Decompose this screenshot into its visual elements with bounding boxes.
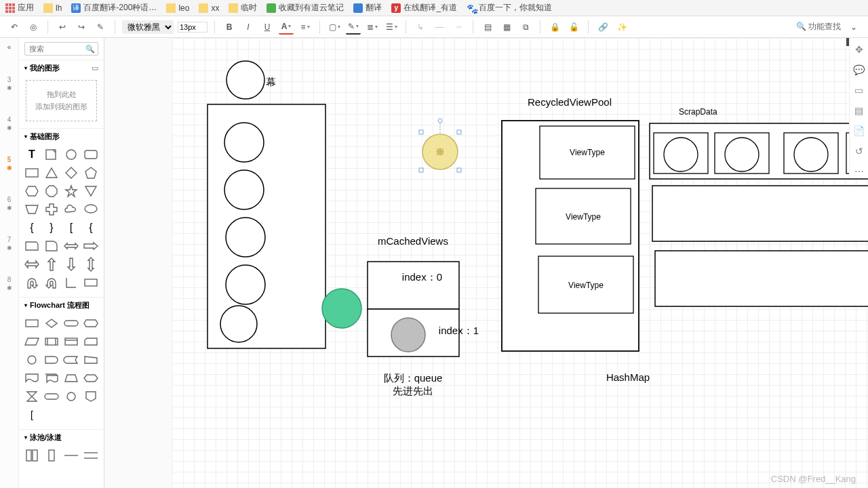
page-thumb-5[interactable]: 5✱	[7, 156, 12, 171]
diagram-canvas[interactable]: 幕 mCachedViews index：0	[104, 38, 868, 488]
flow-terminator[interactable]	[63, 316, 79, 331]
shape-star[interactable]	[63, 184, 79, 199]
shape-arrow-r[interactable]	[83, 239, 99, 253]
link-icon[interactable]: 🔗	[595, 20, 610, 35]
shape-arrow-updown[interactable]	[83, 257, 99, 272]
shape-triangle[interactable]	[43, 165, 60, 180]
line-width-button[interactable]: ☰	[384, 20, 399, 35]
section-my-shapes[interactable]: ▾我的图形▭	[19, 60, 104, 76]
connector-straight-icon[interactable]: —	[432, 20, 447, 35]
shape-callout[interactable]	[83, 202, 99, 217]
shape-text[interactable]: T	[24, 147, 40, 162]
italic-button[interactable]: I	[241, 20, 256, 35]
bookmark-lh[interactable]: lh	[43, 3, 62, 13]
my-shapes-dropzone[interactable]: 拖到此处 添加到我的图形	[26, 80, 97, 121]
redo-icon[interactable]: ↪	[74, 20, 89, 35]
lane-single[interactable]	[43, 448, 60, 463]
flow-term2[interactable]	[43, 389, 60, 404]
shape-inv-triangle[interactable]	[83, 184, 99, 199]
shape-arrow-bidir[interactable]	[24, 257, 40, 272]
shape-roundrect[interactable]	[83, 147, 99, 162]
shape-rect[interactable]	[24, 165, 40, 180]
format-painter-icon[interactable]: ✎	[93, 20, 108, 35]
shape-brace-r[interactable]: }	[43, 220, 60, 235]
green-circle[interactable]	[322, 289, 361, 328]
flow-delay[interactable]	[43, 352, 60, 367]
flow-connector[interactable]	[24, 352, 40, 367]
shape-trapezoid2[interactable]	[24, 202, 40, 217]
bookmark-xx[interactable]: xx	[199, 3, 219, 13]
shape-single-brace[interactable]: {	[83, 220, 99, 235]
flow-multidoc[interactable]	[43, 371, 60, 386]
outline-icon[interactable]: ▤	[853, 104, 865, 117]
scrap-data-row[interactable]	[650, 123, 868, 179]
flow-manual[interactable]	[83, 352, 99, 367]
selected-yellow-circle[interactable]	[419, 119, 461, 172]
function-search[interactable]: 🔍 功能查找	[796, 21, 841, 33]
connector-dashed-icon[interactable]: ┄	[451, 20, 466, 35]
scrap-row-2[interactable]	[652, 186, 868, 241]
comment-icon[interactable]: 💬	[853, 64, 865, 76]
lane-v[interactable]	[24, 448, 40, 463]
line-color-button[interactable]: ✎	[346, 20, 361, 35]
bookmark-apps[interactable]: 应用	[5, 2, 34, 14]
section-swimlane[interactable]: ▾泳池/泳道	[19, 429, 104, 445]
scrap-row-3[interactable]	[655, 251, 868, 306]
shape-circle[interactable]	[63, 147, 79, 162]
shape-tab[interactable]	[24, 239, 40, 253]
layers-icon[interactable]: ▭	[853, 84, 865, 96]
shape-note[interactable]	[43, 147, 60, 162]
bookmark-leo[interactable]: leo	[166, 3, 189, 13]
send-back-icon[interactable]: ▦	[499, 20, 514, 35]
connector-elbow-icon[interactable]: ↳	[413, 20, 428, 35]
shape-quarter[interactable]	[43, 239, 60, 253]
flow-hex[interactable]	[83, 371, 99, 386]
collapse-strip-icon[interactable]: «	[2, 42, 17, 52]
nav-icon[interactable]: ✥	[853, 43, 865, 56]
history-icon[interactable]: ↺	[853, 145, 865, 157]
edit-icon[interactable]: ▭	[92, 64, 98, 73]
bookmark-baidu[interactable]: 🐾百度一下，你就知道	[467, 2, 552, 14]
recycled-view-pool[interactable]: ViewType ViewType ViewType	[502, 121, 639, 351]
undo-arrow-icon[interactable]: ↶	[7, 20, 22, 35]
bookmark-translate[interactable]: 翻译	[353, 2, 382, 14]
page-thumb-4[interactable]: 4✱	[7, 116, 12, 131]
section-basic-shapes[interactable]: ▾基础图形	[19, 128, 104, 144]
shape-plus[interactable]	[43, 202, 60, 217]
shape-bracket-l[interactable]: [	[63, 220, 79, 235]
shape-arrow-down[interactable]	[63, 257, 79, 272]
shape-u-arrow[interactable]	[24, 275, 40, 290]
unlock-icon[interactable]: 🔓	[566, 20, 581, 35]
flow-display[interactable]	[83, 316, 99, 331]
shape-rect2[interactable]	[83, 275, 99, 290]
align-button[interactable]: ≡	[298, 20, 313, 35]
line-style-button[interactable]: ≣	[365, 20, 380, 35]
flow-card[interactable]	[83, 334, 99, 349]
shape-pentagon[interactable]	[83, 165, 99, 180]
flow-trap[interactable]	[63, 371, 79, 386]
fill-color-button[interactable]: ▢	[327, 20, 342, 35]
shape-arrow-lr[interactable]	[63, 239, 79, 253]
page-thumb-6[interactable]: 6✱	[7, 196, 12, 211]
section-flowchart[interactable]: ▾Flowchart 流程图	[19, 297, 104, 313]
page-thumb-8[interactable]: 8✱	[7, 276, 12, 291]
shape-corner[interactable]	[63, 275, 79, 290]
page-icon[interactable]: 📄	[853, 125, 865, 137]
flow-data[interactable]	[24, 334, 40, 349]
flow-doc[interactable]	[24, 371, 40, 386]
page-thumb-3[interactable]: 3✱	[7, 76, 12, 92]
font-color-button[interactable]: A	[279, 20, 294, 35]
screen-stack[interactable]: 幕	[208, 61, 326, 348]
shape-brace-l[interactable]: {	[24, 220, 40, 235]
shape-diamond[interactable]	[63, 165, 79, 180]
bring-front-icon[interactable]: ▤	[480, 20, 495, 35]
flow-process[interactable]	[24, 316, 40, 331]
flow-collate[interactable]	[24, 389, 40, 404]
undo-icon[interactable]: ↩	[55, 20, 70, 35]
shape-arrow-up[interactable]	[43, 257, 60, 272]
target-icon[interactable]: ◎	[26, 20, 41, 35]
collapse-toolbar-icon[interactable]: ⌄	[846, 20, 861, 35]
flow-predef[interactable]	[43, 334, 60, 349]
bookmark-baidu-translate[interactable]: 译百度翻译-200种语…	[71, 2, 157, 14]
flow-circle2[interactable]	[63, 389, 79, 404]
